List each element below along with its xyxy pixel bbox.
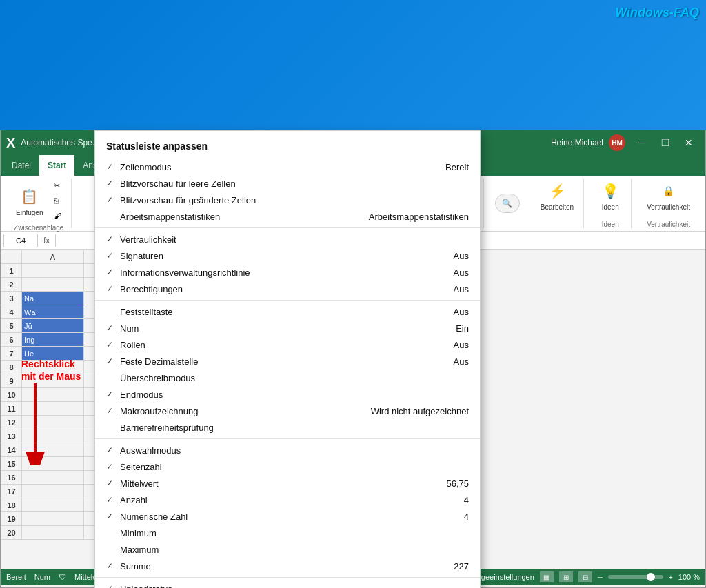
minimize-button[interactable]: ─ <box>631 133 653 152</box>
menu-label-0: Zellenmodus <box>120 162 434 172</box>
status-num: Num <box>34 573 50 581</box>
menu-value-8: Aus <box>454 284 469 294</box>
cell-reference[interactable] <box>3 234 38 247</box>
menu-checkmark-7: ✓ <box>106 267 120 277</box>
cell-a16[interactable] <box>22 471 84 485</box>
menu-checkmark-6: ✓ <box>106 251 120 261</box>
btn-bearbeiten[interactable]: ⚡ Bearbeiten <box>536 179 578 212</box>
menu-item-24[interactable]: Minimum <box>95 525 480 541</box>
zoom-plus[interactable]: + <box>669 574 673 581</box>
page-break-btn[interactable]: ⊟ <box>578 571 592 582</box>
row-header-2: 2 <box>1 278 22 292</box>
zoom-slider[interactable] <box>608 575 663 579</box>
btn-format-uebertragen[interactable]: 🖌 <box>50 209 65 223</box>
menu-item-1[interactable]: ✓Blitzvorschau für leere Zellen <box>95 175 480 192</box>
menu-item-25[interactable]: Maximum <box>95 541 480 558</box>
menu-item-3[interactable]: ArbeitsmappenstatistikenArbeitsmappensta… <box>95 208 480 225</box>
row-header-14: 14 <box>1 443 22 457</box>
btn-vertraulichkeit[interactable]: 🔒 Vertraulichkeit <box>643 179 694 212</box>
menu-item-6[interactable]: ✓SignaturenAus <box>95 247 480 264</box>
cell-a5[interactable]: Jü <box>22 319 84 333</box>
cell-a20[interactable] <box>22 526 84 540</box>
menu-checkmark-5: ✓ <box>106 234 120 244</box>
menu-item-17[interactable]: Barrierefreiheitsprüfung <box>95 419 480 436</box>
menu-item-14[interactable]: Überschreibmodus <box>95 369 480 386</box>
menu-item-26[interactable]: ✓Summe227 <box>95 558 480 574</box>
menu-item-19[interactable]: ✓Auswahlmodus <box>95 442 480 458</box>
menu-item-5[interactable]: ✓Vertraulichkeit <box>95 231 480 247</box>
row-header-12: 12 <box>1 416 22 429</box>
menu-item-8[interactable]: ✓BerechtigungenAus <box>95 281 480 297</box>
search-button[interactable]: 🔍 <box>495 194 520 213</box>
menu-checkmark-1: ✓ <box>106 179 120 188</box>
row-header-10: 10 <box>1 388 22 402</box>
row-header-1: 1 <box>1 264 22 278</box>
menu-item-28[interactable]: ✓Uploadstatus <box>95 580 480 588</box>
btn-kopieren[interactable]: ⎘ <box>50 194 65 207</box>
menu-divider-27 <box>95 577 480 578</box>
annotation-text: Rechtsklick mit der Maus <box>21 358 81 383</box>
menu-divider-9 <box>95 300 480 301</box>
menu-checkmark-15: ✓ <box>106 389 120 399</box>
menu-item-16[interactable]: ✓MakroaufzeichnungWird nicht aufgezeichn… <box>95 403 480 419</box>
zoom-minus[interactable]: ─ <box>598 574 603 581</box>
context-menu: Statusleiste anpassen ✓ZellenmodusBereit… <box>94 130 481 588</box>
cell-a1[interactable] <box>22 264 84 278</box>
menu-label-19: Auswahlmodus <box>120 445 469 456</box>
menu-value-23: 4 <box>464 511 469 522</box>
tab-start[interactable]: Start <box>39 155 74 176</box>
einfuegen-icon: 📋 <box>19 185 41 207</box>
cell-a17[interactable] <box>22 485 84 498</box>
menu-value-6: Aus <box>454 251 469 261</box>
menu-item-20[interactable]: ✓Seitenzahl <box>95 458 480 475</box>
menu-value-22: 4 <box>464 495 469 505</box>
menu-item-2[interactable]: ✓Blitzvorschau für geänderte Zellen <box>95 192 480 208</box>
menu-label-12: Rollen <box>120 340 443 350</box>
menu-checkmark-22: ✓ <box>106 495 120 505</box>
cell-a2[interactable] <box>22 278 84 292</box>
page-layout-btn[interactable]: ⊞ <box>559 571 573 582</box>
group-vertraulichkeit: 🔒 Vertraulichkeit Vertraulichkeit <box>637 179 700 228</box>
menu-item-0[interactable]: ✓ZellenmodusBereit <box>95 159 480 175</box>
menu-item-22[interactable]: ✓Anzahl4 <box>95 491 480 508</box>
menu-value-7: Aus <box>454 267 469 278</box>
vertraulichkeit-icon: 🔒 <box>658 180 680 202</box>
menu-label-6: Signaturen <box>120 251 443 261</box>
menu-item-15[interactable]: ✓Endmodus <box>95 386 480 403</box>
cell-a6[interactable]: Ing <box>22 333 84 347</box>
tab-datei[interactable]: Datei <box>3 155 39 176</box>
menu-item-11[interactable]: ✓NumEin <box>95 320 480 336</box>
group-ideen: 💡 Ideen Ideen <box>589 179 632 228</box>
menu-item-7[interactable]: ✓InformationsverwaltungsrichtlinieAus <box>95 264 480 281</box>
restore-button[interactable]: ❐ <box>654 133 676 152</box>
menu-item-13[interactable]: ✓Feste DezimalstelleAus <box>95 353 480 369</box>
cell-a3[interactable]: Na <box>22 292 84 305</box>
btn-ideen[interactable]: 💡 Ideen <box>595 179 625 212</box>
row-header-15: 15 <box>1 457 22 471</box>
row-header-9: 9 <box>1 374 22 388</box>
menu-item-12[interactable]: ✓RollenAus <box>95 336 480 353</box>
menu-label-24: Minimum <box>120 528 469 538</box>
col-a[interactable]: A <box>22 250 84 264</box>
close-button[interactable]: ✕ <box>678 133 700 152</box>
menu-label-17: Barrierefreiheitsprüfung <box>120 423 469 433</box>
user-name: Heine Michael <box>551 138 603 148</box>
menu-divider-4 <box>95 227 480 228</box>
user-avatar[interactable]: HM <box>609 134 625 151</box>
row-header-6: 6 <box>1 333 22 347</box>
menu-checkmark-0: ✓ <box>106 162 120 172</box>
menu-label-28: Uploadstatus <box>120 584 469 589</box>
menu-checkmark-28: ✓ <box>106 584 120 588</box>
menu-item-10[interactable]: FeststelltasteAus <box>95 303 480 320</box>
menu-item-21[interactable]: ✓Mittelwert56,75 <box>95 475 480 491</box>
btn-einfuegen[interactable]: 📋 Einfügen <box>12 184 47 218</box>
menu-value-3: Arbeitsmappenstatistiken <box>369 212 469 222</box>
menu-divider-18 <box>95 438 480 439</box>
cell-a19[interactable] <box>22 512 84 526</box>
btn-ausschneiden[interactable]: ✂ <box>50 179 65 192</box>
menu-item-23[interactable]: ✓Numerische Zahl4 <box>95 508 480 525</box>
cell-a4[interactable]: Wä <box>22 305 84 319</box>
cell-a18[interactable] <box>22 498 84 512</box>
menu-items: ✓ZellenmodusBereit✓Blitzvorschau für lee… <box>95 159 480 588</box>
normal-view-btn[interactable]: ▦ <box>540 571 554 582</box>
